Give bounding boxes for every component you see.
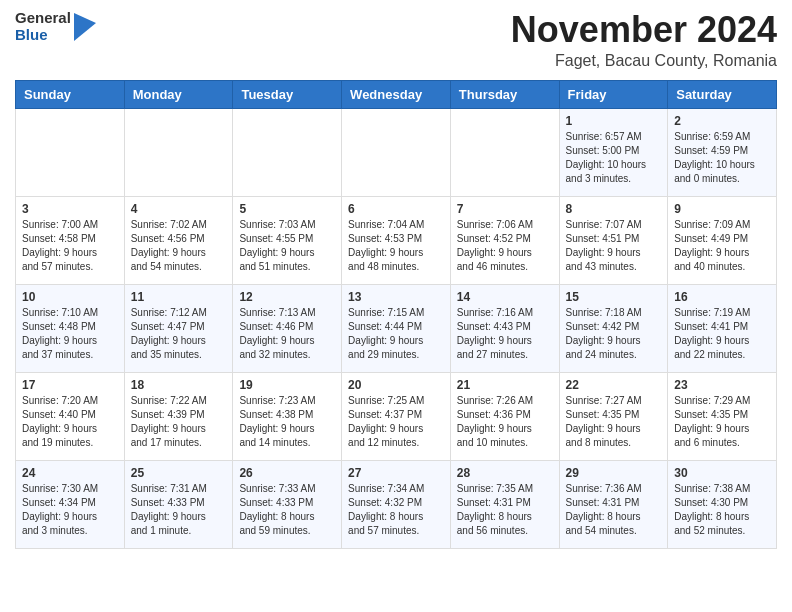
day-info: Sunrise: 7:06 AM Sunset: 4:52 PM Dayligh…	[457, 218, 553, 274]
day-number: 30	[674, 466, 770, 480]
day-info: Sunrise: 7:03 AM Sunset: 4:55 PM Dayligh…	[239, 218, 335, 274]
header: General Blue November 2024 Faget, Bacau …	[15, 10, 777, 70]
day-number: 22	[566, 378, 662, 392]
day-info: Sunrise: 7:36 AM Sunset: 4:31 PM Dayligh…	[566, 482, 662, 538]
day-info: Sunrise: 7:23 AM Sunset: 4:38 PM Dayligh…	[239, 394, 335, 450]
calendar-cell: 22Sunrise: 7:27 AM Sunset: 4:35 PM Dayli…	[559, 372, 668, 460]
day-number: 2	[674, 114, 770, 128]
calendar-cell: 17Sunrise: 7:20 AM Sunset: 4:40 PM Dayli…	[16, 372, 125, 460]
calendar-cell: 5Sunrise: 7:03 AM Sunset: 4:55 PM Daylig…	[233, 196, 342, 284]
weekday-header-saturday: Saturday	[668, 80, 777, 108]
day-info: Sunrise: 7:02 AM Sunset: 4:56 PM Dayligh…	[131, 218, 227, 274]
day-number: 19	[239, 378, 335, 392]
day-number: 27	[348, 466, 444, 480]
calendar-cell: 29Sunrise: 7:36 AM Sunset: 4:31 PM Dayli…	[559, 460, 668, 548]
day-number: 23	[674, 378, 770, 392]
weekday-header-friday: Friday	[559, 80, 668, 108]
calendar-cell: 26Sunrise: 7:33 AM Sunset: 4:33 PM Dayli…	[233, 460, 342, 548]
day-number: 12	[239, 290, 335, 304]
day-info: Sunrise: 7:12 AM Sunset: 4:47 PM Dayligh…	[131, 306, 227, 362]
day-number: 28	[457, 466, 553, 480]
day-number: 9	[674, 202, 770, 216]
calendar-table: SundayMondayTuesdayWednesdayThursdayFrid…	[15, 80, 777, 549]
calendar-cell: 9Sunrise: 7:09 AM Sunset: 4:49 PM Daylig…	[668, 196, 777, 284]
day-number: 3	[22, 202, 118, 216]
day-number: 14	[457, 290, 553, 304]
calendar-cell: 16Sunrise: 7:19 AM Sunset: 4:41 PM Dayli…	[668, 284, 777, 372]
day-number: 26	[239, 466, 335, 480]
calendar-cell: 2Sunrise: 6:59 AM Sunset: 4:59 PM Daylig…	[668, 108, 777, 196]
location-subtitle: Faget, Bacau County, Romania	[511, 52, 777, 70]
day-info: Sunrise: 7:20 AM Sunset: 4:40 PM Dayligh…	[22, 394, 118, 450]
logo-icon	[74, 13, 96, 41]
calendar-cell: 19Sunrise: 7:23 AM Sunset: 4:38 PM Dayli…	[233, 372, 342, 460]
week-row-5: 24Sunrise: 7:30 AM Sunset: 4:34 PM Dayli…	[16, 460, 777, 548]
day-info: Sunrise: 7:30 AM Sunset: 4:34 PM Dayligh…	[22, 482, 118, 538]
day-info: Sunrise: 7:35 AM Sunset: 4:31 PM Dayligh…	[457, 482, 553, 538]
day-info: Sunrise: 7:00 AM Sunset: 4:58 PM Dayligh…	[22, 218, 118, 274]
calendar-cell	[124, 108, 233, 196]
calendar-cell: 11Sunrise: 7:12 AM Sunset: 4:47 PM Dayli…	[124, 284, 233, 372]
month-title: November 2024	[511, 10, 777, 50]
calendar-cell: 27Sunrise: 7:34 AM Sunset: 4:32 PM Dayli…	[342, 460, 451, 548]
day-info: Sunrise: 7:27 AM Sunset: 4:35 PM Dayligh…	[566, 394, 662, 450]
day-number: 4	[131, 202, 227, 216]
calendar-cell: 14Sunrise: 7:16 AM Sunset: 4:43 PM Dayli…	[450, 284, 559, 372]
day-number: 13	[348, 290, 444, 304]
calendar-cell: 20Sunrise: 7:25 AM Sunset: 4:37 PM Dayli…	[342, 372, 451, 460]
calendar-cell: 24Sunrise: 7:30 AM Sunset: 4:34 PM Dayli…	[16, 460, 125, 548]
weekday-header-tuesday: Tuesday	[233, 80, 342, 108]
logo-blue-text: Blue	[15, 27, 71, 44]
day-info: Sunrise: 6:57 AM Sunset: 5:00 PM Dayligh…	[566, 130, 662, 186]
calendar-cell	[342, 108, 451, 196]
day-info: Sunrise: 7:26 AM Sunset: 4:36 PM Dayligh…	[457, 394, 553, 450]
calendar-cell: 28Sunrise: 7:35 AM Sunset: 4:31 PM Dayli…	[450, 460, 559, 548]
day-info: Sunrise: 7:15 AM Sunset: 4:44 PM Dayligh…	[348, 306, 444, 362]
day-number: 1	[566, 114, 662, 128]
calendar-cell: 21Sunrise: 7:26 AM Sunset: 4:36 PM Dayli…	[450, 372, 559, 460]
day-info: Sunrise: 7:18 AM Sunset: 4:42 PM Dayligh…	[566, 306, 662, 362]
week-row-3: 10Sunrise: 7:10 AM Sunset: 4:48 PM Dayli…	[16, 284, 777, 372]
day-info: Sunrise: 7:04 AM Sunset: 4:53 PM Dayligh…	[348, 218, 444, 274]
day-info: Sunrise: 7:25 AM Sunset: 4:37 PM Dayligh…	[348, 394, 444, 450]
calendar-cell: 12Sunrise: 7:13 AM Sunset: 4:46 PM Dayli…	[233, 284, 342, 372]
weekday-header-thursday: Thursday	[450, 80, 559, 108]
week-row-4: 17Sunrise: 7:20 AM Sunset: 4:40 PM Dayli…	[16, 372, 777, 460]
day-info: Sunrise: 6:59 AM Sunset: 4:59 PM Dayligh…	[674, 130, 770, 186]
day-info: Sunrise: 7:34 AM Sunset: 4:32 PM Dayligh…	[348, 482, 444, 538]
day-number: 15	[566, 290, 662, 304]
day-number: 16	[674, 290, 770, 304]
day-number: 10	[22, 290, 118, 304]
day-number: 20	[348, 378, 444, 392]
calendar-cell: 25Sunrise: 7:31 AM Sunset: 4:33 PM Dayli…	[124, 460, 233, 548]
weekday-header-wednesday: Wednesday	[342, 80, 451, 108]
day-info: Sunrise: 7:19 AM Sunset: 4:41 PM Dayligh…	[674, 306, 770, 362]
day-number: 29	[566, 466, 662, 480]
week-row-1: 1Sunrise: 6:57 AM Sunset: 5:00 PM Daylig…	[16, 108, 777, 196]
calendar-cell: 13Sunrise: 7:15 AM Sunset: 4:44 PM Dayli…	[342, 284, 451, 372]
day-number: 24	[22, 466, 118, 480]
calendar-cell	[16, 108, 125, 196]
logo: General Blue	[15, 10, 96, 43]
calendar-cell	[233, 108, 342, 196]
day-number: 5	[239, 202, 335, 216]
day-number: 11	[131, 290, 227, 304]
calendar-cell: 18Sunrise: 7:22 AM Sunset: 4:39 PM Dayli…	[124, 372, 233, 460]
logo-general-text: General	[15, 10, 71, 27]
day-number: 17	[22, 378, 118, 392]
day-info: Sunrise: 7:10 AM Sunset: 4:48 PM Dayligh…	[22, 306, 118, 362]
calendar-cell	[450, 108, 559, 196]
day-number: 8	[566, 202, 662, 216]
day-number: 7	[457, 202, 553, 216]
title-area: November 2024 Faget, Bacau County, Roman…	[511, 10, 777, 70]
calendar-cell: 15Sunrise: 7:18 AM Sunset: 4:42 PM Dayli…	[559, 284, 668, 372]
day-info: Sunrise: 7:16 AM Sunset: 4:43 PM Dayligh…	[457, 306, 553, 362]
calendar-cell: 6Sunrise: 7:04 AM Sunset: 4:53 PM Daylig…	[342, 196, 451, 284]
calendar-cell: 3Sunrise: 7:00 AM Sunset: 4:58 PM Daylig…	[16, 196, 125, 284]
weekday-header-row: SundayMondayTuesdayWednesdayThursdayFrid…	[16, 80, 777, 108]
calendar-cell: 23Sunrise: 7:29 AM Sunset: 4:35 PM Dayli…	[668, 372, 777, 460]
calendar-cell: 30Sunrise: 7:38 AM Sunset: 4:30 PM Dayli…	[668, 460, 777, 548]
day-number: 6	[348, 202, 444, 216]
day-info: Sunrise: 7:22 AM Sunset: 4:39 PM Dayligh…	[131, 394, 227, 450]
calendar-cell: 4Sunrise: 7:02 AM Sunset: 4:56 PM Daylig…	[124, 196, 233, 284]
